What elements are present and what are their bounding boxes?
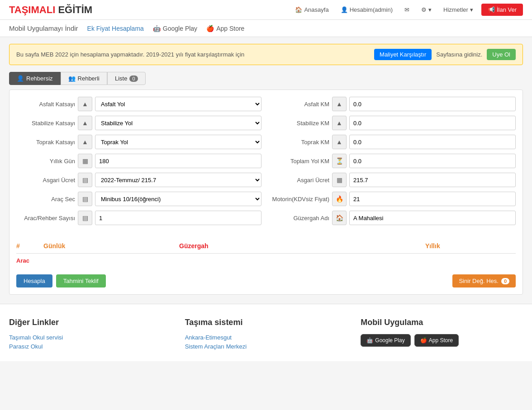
guzergah-adi-icon: 🏠 [332,211,347,225]
form-grid: Asfalt Katsayı ▲ Asfalt Yol Stabilize Ka… [16,97,516,230]
arac-rehber-icon: ▤ [78,211,92,225]
asfalt-katsayi-row: Asfalt Katsayı ▲ Asfalt Yol [16,97,261,111]
arac-sec-row: Araç Sec ▤ Minibus 10/16(öğrenci) [16,192,261,206]
alert-text1: Bu sayfa MEB 2022 için hesaplama yapmakt… [16,51,370,58]
stabilize-katsayi-icon: ▲ [78,116,92,130]
asfalt-km-input[interactable] [349,97,516,111]
store-buttons: 🤖 Google Play 🍎 App Store [361,334,523,347]
stabilize-km-input[interactable] [349,116,516,130]
mail-icon: ✉ [404,6,409,13]
mobil-title: Mobil Uygulamayı İndir [9,24,78,32]
google-play-label: Google Play [163,25,197,32]
logo: TAŞIMALI EĞİTİM [9,4,92,16]
tahmini-teklif-button[interactable]: Tahmini Teklif [56,274,106,287]
footer-google-play-label: Google Play [375,337,404,344]
android-icon: 🤖 [153,25,161,32]
asgari-ucret-left-label: Asgari Ücret [16,177,75,184]
motorin-label: Motorin(KDVsiz Fiyat) [271,196,329,203]
footer-google-play-button[interactable]: 🤖 Google Play [361,334,410,347]
nav-mail[interactable]: ✉ [401,5,413,15]
toprak-km-icon: ▲ [332,135,347,149]
tabs: 👤 Rehbersiz 👥 Rehberli Liste 0 [9,72,523,85]
motorin-icon: 🔥 [332,192,347,206]
asfalt-katsayi-select[interactable]: Asfalt Yol [95,97,261,111]
table-col-guzergah: Güzergah [179,242,425,250]
tab-rehberli-label: Rehberli [78,75,100,82]
footer-grid: Diğer Linkler Taşımalı Okul servisi Para… [9,318,523,352]
sub-header: Mobil Uygulamayı İndir Ek Fiyat Hesaplam… [0,20,532,37]
ilan-ver-label: İlan Ver [497,6,517,13]
toprak-katsayi-select[interactable]: Toprak Yol [95,135,261,149]
user-icon: 👤 [341,6,348,13]
android-footer-icon: 🤖 [366,337,373,344]
asfalt-km-icon: ▲ [332,97,347,111]
tab-rehbersiz[interactable]: 👤 Rehbersiz [9,72,61,85]
motorin-row: Motorin(KDVsiz Fiyat) 🔥 [271,192,516,206]
footer-link-sistem[interactable]: Sistem Araçları Merkezi [185,343,347,350]
app-store-label: App Store [216,25,244,32]
toplam-yol-km-label: Toplam Yol KM [271,158,329,165]
nav-anasayfa[interactable]: 🏠 Anasayfa [291,5,332,15]
asfalt-km-label: Asfalt KM [271,101,329,108]
action-buttons: Hesapla Tahmini Teklif Sinir Değ. Hes. 0 [16,274,516,287]
yillik-gun-label: Yıllık Gün [16,158,75,165]
table-col-gunluk: Günlük [43,242,179,250]
tab-rehberli[interactable]: 👥 Rehberli [61,72,107,85]
footer-tasima-sistemi: Taşıma sistemi Ankara-Etimesgut Sistem A… [185,318,347,352]
ilan-ver-button[interactable]: 📢 İlan Ver [481,4,523,16]
footer-tasima-title: Taşıma sistemi [185,318,347,327]
nav-anasayfa-label: Anasayfa [304,6,328,13]
arac-sec-select[interactable]: Minibus 10/16(öğrenci) [95,192,261,206]
toplam-yol-km-row: Toplam Yol KM ⏳ [271,154,516,168]
settings-arrow: ▾ [428,6,432,13]
toprak-katsayi-icon: ▲ [78,135,92,149]
ek-fiyat-link[interactable]: Ek Fiyat Hesaplama [87,25,144,32]
nav-settings[interactable]: ⚙ ▾ [418,5,435,15]
uye-ol-button[interactable]: Uye Ol [487,49,516,60]
tab-liste-badge: 0 [129,75,138,82]
table-header: # Günlük Güzergah Yıllık [16,239,516,254]
asgari-ucret-left-select[interactable]: 2022-Temmuz/ 215.7 [95,173,261,187]
footer-link-parasiz[interactable]: Parasız Okul [9,343,171,350]
tab-rehbersiz-label: Rehbersiz [26,75,53,82]
form-left: Asfalt Katsayı ▲ Asfalt Yol Stabilize Ka… [16,97,261,230]
asgari-ucret-right-row: Asgari Ücret ▦ [271,173,516,187]
stabilize-katsayi-select[interactable]: Stabilize Yol [95,116,261,130]
sinir-deg-button[interactable]: Sinir Değ. Hes. 0 [452,274,516,287]
asgari-ucret-left-row: Asgari Ücret ▤ 2022-Temmuz/ 215.7 [16,173,261,187]
footer-mobil-uygulama: Mobil Uygulama 🤖 Google Play 🍎 App Store [361,318,523,352]
footer-link-ankara[interactable]: Ankara-Etimesgut [185,334,347,341]
arac-sec-label: Araç Sec [16,196,75,203]
arac-rehber-input[interactable] [95,211,261,225]
toprak-km-input[interactable] [349,135,516,149]
guzergah-adi-input[interactable] [349,211,516,225]
arac-sec-icon: ▤ [78,192,92,206]
footer-diger-linkler: Diğer Linkler Taşımalı Okul servisi Para… [9,318,171,352]
maliyet-karsilastir-button[interactable]: Maliyet Karşılaştır [374,49,432,60]
yillik-gun-input[interactable] [95,154,261,168]
stabilize-km-row: Stabilize KM ▲ [271,116,516,130]
nav-hesabim[interactable]: 👤 Hesabim(admin) [337,5,396,15]
table-col-yillik: Yıllık [425,242,516,250]
apple-footer-icon: 🍎 [420,337,427,344]
btn-left-group: Hesapla Tahmini Teklif [16,274,106,287]
asfalt-km-row: Asfalt KM ▲ [271,97,516,111]
toprak-km-label: Toprak KM [271,139,329,146]
asgari-ucret-right-input[interactable] [349,173,516,187]
hesapla-button[interactable]: Hesapla [16,274,52,287]
form-right: Asfalt KM ▲ Stabilize KM ▲ Toprak KM ▲ T… [271,97,516,230]
users-icon: 👥 [68,75,76,82]
app-store-link[interactable]: 🍎 App Store [206,25,244,32]
nav-items: 🏠 Anasayfa 👤 Hesabim(admin) ✉ ⚙ ▾ Hizmet… [291,4,523,16]
motorin-input[interactable] [349,192,516,206]
google-play-link[interactable]: 🤖 Google Play [153,25,197,32]
sinir-badge: 0 [501,278,509,284]
toplam-yol-km-input[interactable] [349,154,516,168]
footer-app-store-button[interactable]: 🍎 App Store [414,334,459,347]
alert-text2: Sayfasına gidiniz. [436,51,482,58]
tab-liste[interactable]: Liste 0 [107,72,146,85]
asgari-ucret-right-icon: ▦ [332,173,347,187]
footer-link-tasimali[interactable]: Taşımalı Okul servisi [9,334,171,341]
nav-hizmetler[interactable]: Hizmetler ▾ [440,5,477,15]
arac-rehber-label: Arac/Rehber Sayısı [16,215,75,221]
